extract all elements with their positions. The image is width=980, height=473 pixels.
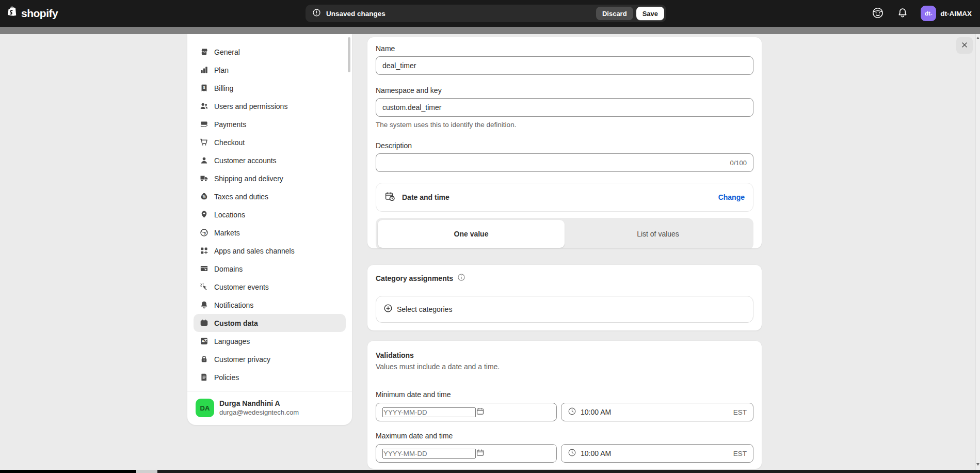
- namespace-label: Namespace and key: [376, 86, 753, 94]
- namespace-input[interactable]: [382, 103, 747, 112]
- customer-accounts-icon: [199, 156, 209, 165]
- namespace-help-text: The system uses this to identify the def…: [376, 121, 753, 129]
- minimum-date-time-row: 10:00 AM EST: [376, 403, 753, 421]
- locations-pin-icon: [199, 210, 209, 219]
- sidebar-item-apps-and-sales-channels[interactable]: Apps and sales channels: [194, 242, 346, 260]
- sidekick-assistant-button[interactable]: [871, 6, 885, 21]
- close-modal-button[interactable]: [956, 37, 973, 54]
- validations-subtitle: Values must include a date and a time.: [376, 362, 753, 371]
- sidebar-item-taxes-and-duties[interactable]: % Taxes and duties: [194, 187, 346, 206]
- sidebar-item-label: Shipping and delivery: [214, 175, 283, 183]
- settings-nav: General Plan $ Billing Users and permiss…: [187, 34, 352, 386]
- banner-message: Unsaved changes: [326, 10, 385, 18]
- change-type-link[interactable]: Change: [718, 193, 745, 201]
- maximum-time-field[interactable]: 10:00 AM EST: [561, 444, 753, 463]
- sidebar-item-customer-accounts[interactable]: Customer accounts: [194, 151, 346, 169]
- customer-events-cursor-icon: [199, 282, 209, 291]
- tab-list-of-values[interactable]: List of values: [565, 220, 751, 248]
- description-char-counter: 0/100: [730, 159, 747, 167]
- apps-grid-icon: [199, 246, 209, 255]
- minimum-time-field[interactable]: 10:00 AM EST: [561, 403, 753, 421]
- scroll-up-arrow-icon[interactable]: [976, 37, 979, 39]
- checkout-cart-icon: [199, 138, 209, 147]
- sidebar-item-policies[interactable]: Policies: [194, 368, 346, 386]
- shopify-bag-icon: [6, 5, 19, 22]
- store-menu[interactable]: dt- dt-AIMAX: [921, 6, 972, 21]
- sidebar-item-customer-events[interactable]: Customer events: [194, 278, 346, 296]
- maximum-date-input[interactable]: [382, 449, 476, 459]
- sidebar-item-shipping-and-delivery[interactable]: Shipping and delivery: [194, 169, 346, 187]
- notifications-bell-icon: [199, 301, 209, 309]
- category-assignments-title: Category assignments: [376, 274, 453, 282]
- sidebar-item-label: Notifications: [214, 301, 253, 309]
- calendar-icon[interactable]: [476, 407, 485, 418]
- shopify-admin-settings-screen: shopify Unsaved changes Discard Save: [0, 0, 980, 473]
- sidebar-item-label: Apps and sales channels: [214, 247, 295, 255]
- name-input[interactable]: [382, 61, 747, 70]
- sidebar-item-customer-privacy[interactable]: Customer privacy: [194, 350, 346, 368]
- description-input[interactable]: [382, 159, 730, 167]
- store-name: dt-AIMAX: [940, 10, 972, 18]
- sidebar-item-locations[interactable]: Locations: [194, 206, 346, 224]
- sidebar-item-label: Languages: [214, 337, 250, 345]
- store-avatar: dt-: [921, 6, 936, 21]
- svg-text:$: $: [203, 85, 205, 90]
- shopify-logo[interactable]: shopify: [6, 0, 58, 27]
- tab-one-value[interactable]: One value: [378, 220, 565, 248]
- definition-card: Name Namespace and key The system uses t…: [367, 37, 762, 248]
- billing-icon: $: [199, 84, 209, 92]
- sidebar-item-domains[interactable]: Domains: [194, 260, 346, 278]
- user-name: Durga Nandhini A: [219, 399, 299, 408]
- bell-icon: [897, 7, 908, 20]
- domains-icon: [199, 264, 209, 273]
- sidebar-item-billing[interactable]: $ Billing: [194, 79, 346, 97]
- category-assignments-card: Category assignments Select categories: [367, 265, 762, 330]
- modal-top-band: [0, 27, 980, 34]
- settings-modal-backdrop: General Plan $ Billing Users and permiss…: [0, 34, 980, 470]
- sidebar-item-label: Custom data: [214, 319, 258, 327]
- info-icon[interactable]: [457, 273, 465, 283]
- description-field-box: 0/100: [376, 153, 753, 172]
- sidekick-icon: [871, 6, 885, 21]
- sidebar-item-general[interactable]: General: [194, 43, 346, 61]
- sidebar-item-label: Checkout: [214, 138, 245, 147]
- page-scrollbar[interactable]: [975, 34, 980, 470]
- sidebar-item-languages[interactable]: A Languages: [194, 332, 346, 350]
- calendar-icon[interactable]: [476, 448, 485, 459]
- policies-document-icon: [199, 373, 209, 382]
- banner-actions: Discard Save: [596, 7, 664, 20]
- user-avatar: DA: [196, 399, 214, 417]
- sidebar-item-label: Billing: [214, 84, 233, 92]
- select-categories-button[interactable]: Select categories: [376, 296, 753, 323]
- sidebar-item-markets[interactable]: $ Markets: [194, 224, 346, 242]
- minimum-date-field: [376, 403, 557, 421]
- taskbar-sliver: [0, 470, 980, 473]
- taskbar-left-segment: [0, 470, 136, 473]
- sidebar-item-payments[interactable]: Payments: [194, 115, 346, 133]
- svg-text:$: $: [203, 231, 205, 235]
- sidebar-scrollbar[interactable]: [348, 37, 350, 72]
- save-button[interactable]: Save: [636, 7, 664, 20]
- notifications-bell-button[interactable]: [897, 7, 908, 20]
- sidebar-item-notifications[interactable]: Notifications: [194, 296, 346, 314]
- discard-button[interactable]: Discard: [596, 7, 633, 20]
- sidebar-item-label: Markets: [214, 229, 240, 237]
- sidebar-item-plan[interactable]: Plan: [194, 61, 346, 79]
- validations-card: Validations Values must include a date a…: [367, 341, 762, 469]
- users-icon: [199, 102, 209, 111]
- scroll-down-arrow-icon[interactable]: [976, 463, 979, 466]
- content-type-label: Date and time: [402, 193, 449, 201]
- sidebar-item-users-and-permissions[interactable]: Users and permissions: [194, 97, 346, 115]
- alert-icon: [312, 8, 321, 19]
- minimum-date-input[interactable]: [382, 407, 476, 417]
- user-card[interactable]: DA Durga Nandhini A durga@wedesigntech.c…: [187, 391, 352, 424]
- sidebar-item-label: Customer accounts: [214, 156, 277, 165]
- sidebar-item-custom-data[interactable]: Custom data: [194, 314, 346, 332]
- lock-icon: [199, 355, 209, 364]
- sidebar-item-checkout[interactable]: Checkout: [194, 133, 346, 151]
- maximum-date-time-row: 10:00 AM EST: [376, 444, 753, 463]
- sidebar-item-label: Domains: [214, 265, 243, 273]
- sidebar-item-label: Policies: [214, 373, 239, 382]
- svg-text:%: %: [202, 195, 205, 198]
- sidebar-item-label: Plan: [214, 66, 229, 74]
